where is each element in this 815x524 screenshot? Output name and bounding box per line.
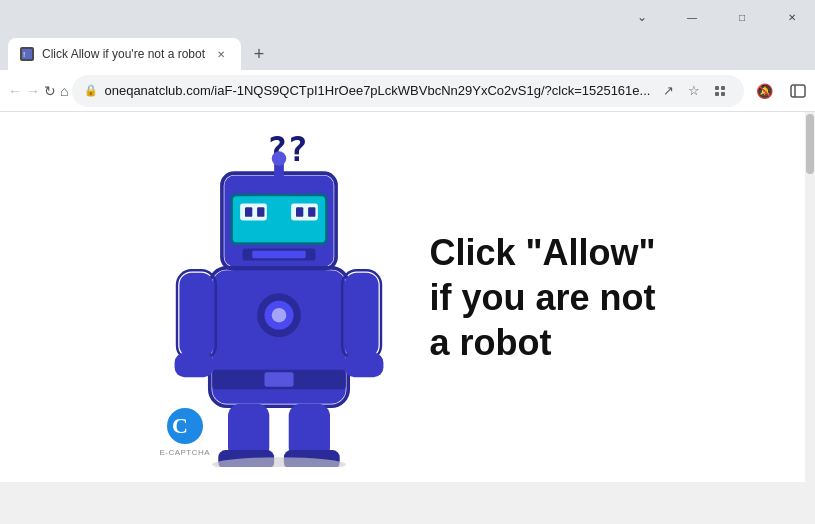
svg-point-28 bbox=[272, 308, 287, 323]
svg-rect-33 bbox=[175, 353, 214, 377]
svg-rect-16 bbox=[245, 207, 252, 217]
svg-rect-19 bbox=[309, 207, 316, 217]
new-tab-button[interactable]: + bbox=[245, 40, 273, 68]
svg-text:C: C bbox=[172, 413, 188, 438]
nav-right-icons: 🔕 ⋮ bbox=[748, 75, 815, 107]
close-button[interactable]: ✕ bbox=[769, 0, 815, 34]
svg-rect-6 bbox=[791, 85, 805, 97]
captcha-icon: C bbox=[165, 406, 205, 446]
back-button[interactable]: ← bbox=[8, 75, 22, 107]
tab-title: Click Allow if you're not a robot bbox=[42, 47, 205, 61]
title-bar: ⌄ — □ ✕ bbox=[0, 0, 815, 34]
page-wrapper: ?? bbox=[0, 112, 815, 482]
forward-button[interactable]: → bbox=[26, 75, 40, 107]
extension-icon[interactable] bbox=[708, 79, 732, 103]
tab-favicon: ! bbox=[20, 47, 34, 61]
svg-text:!: ! bbox=[23, 50, 25, 59]
home-button[interactable]: ⌂ bbox=[60, 75, 68, 107]
message-line2: if you are not bbox=[429, 277, 655, 318]
tab-close-button[interactable]: ✕ bbox=[213, 46, 229, 62]
svg-rect-4 bbox=[715, 92, 719, 96]
share-icon[interactable]: ↗ bbox=[656, 79, 680, 103]
content-area: ?? bbox=[0, 112, 805, 482]
svg-rect-2 bbox=[715, 86, 719, 90]
message-text: Click "Allow" if you are not a robot bbox=[429, 230, 655, 365]
robot-illustration: ?? bbox=[149, 127, 409, 467]
reload-button[interactable]: ↻ bbox=[44, 75, 56, 107]
message-line3: a robot bbox=[429, 322, 551, 363]
page-content: ?? bbox=[0, 112, 805, 482]
bookmark-star-icon[interactable]: ☆ bbox=[682, 79, 706, 103]
captcha-logo: C E-CAPTCHA bbox=[159, 406, 210, 457]
svg-rect-3 bbox=[721, 86, 725, 90]
bell-mute-icon[interactable]: 🔕 bbox=[748, 75, 780, 107]
svg-rect-31 bbox=[180, 273, 214, 358]
navigation-bar: ← → ↻ ⌂ 🔒 oneqanatclub.com/iaF-1NQS9QCTp… bbox=[0, 70, 815, 112]
svg-rect-18 bbox=[296, 207, 303, 217]
window-controls: ⌄ — □ ✕ bbox=[619, 0, 815, 34]
sidebar-icon[interactable] bbox=[782, 75, 814, 107]
scrollbar-thumb[interactable] bbox=[806, 114, 814, 174]
svg-rect-17 bbox=[258, 207, 265, 217]
svg-text:??: ?? bbox=[267, 129, 308, 169]
address-actions: ↗ ☆ bbox=[656, 79, 732, 103]
svg-point-23 bbox=[272, 151, 287, 166]
svg-rect-21 bbox=[253, 251, 306, 258]
url-text: oneqanatclub.com/iaF-1NQS9QCTpI1HrOee7pL… bbox=[104, 83, 650, 98]
svg-rect-37 bbox=[362, 346, 377, 373]
tabs-row: ! Click Allow if you're not a robot ✕ + bbox=[0, 34, 815, 70]
address-bar[interactable]: 🔒 oneqanatclub.com/iaF-1NQS9QCTpI1HrOee7… bbox=[72, 75, 744, 107]
message-line1: Click "Allow" bbox=[429, 232, 655, 273]
active-tab[interactable]: ! Click Allow if you're not a robot ✕ bbox=[8, 38, 241, 70]
scrollbar[interactable] bbox=[805, 112, 815, 482]
svg-rect-34 bbox=[345, 273, 379, 358]
minimize-button[interactable]: — bbox=[669, 0, 715, 34]
chevron-down-icon[interactable]: ⌄ bbox=[619, 0, 665, 34]
svg-rect-30 bbox=[265, 372, 294, 387]
captcha-label-text: E-CAPTCHA bbox=[159, 448, 210, 457]
svg-rect-5 bbox=[721, 92, 725, 96]
lock-icon: 🔒 bbox=[84, 84, 98, 97]
maximize-button[interactable]: □ bbox=[719, 0, 765, 34]
